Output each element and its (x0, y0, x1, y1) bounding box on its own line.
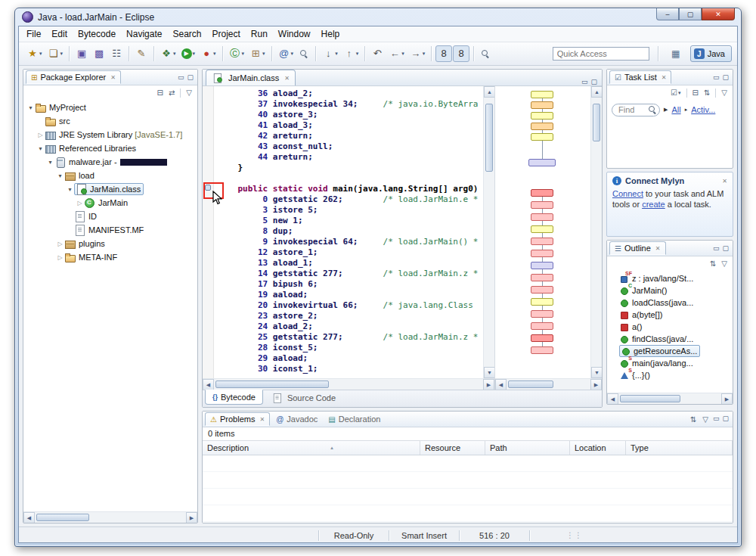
new-task-button[interactable]: ☑▾ (669, 88, 682, 98)
flow-node-salmon[interactable] (531, 322, 553, 330)
close-icon[interactable]: ✕ (259, 416, 265, 423)
filter-button[interactable]: ⇅ (689, 415, 698, 424)
editor-vertical-scrollbar[interactable]: ▲▼ (483, 86, 494, 378)
view-menu-button[interactable]: ▽ (720, 88, 729, 98)
scroll-track[interactable] (484, 98, 494, 367)
scope-active-link[interactable]: Activ... (691, 105, 715, 114)
menu-project[interactable]: Project (206, 27, 245, 41)
scroll-thumb[interactable] (36, 514, 89, 521)
graph-horizontal-scrollbar[interactable]: ◀▶ (495, 378, 602, 390)
new-java-class-button[interactable]: Ⓒ▾ (227, 45, 247, 62)
scroll-right-button[interactable]: ▶ (186, 512, 197, 523)
tab-jarmain-class[interactable]: JarMain.class ✕ (206, 70, 296, 85)
flow-node-salmon[interactable] (531, 346, 553, 354)
menu-file[interactable]: File (21, 27, 46, 41)
flow-node-salmon[interactable] (531, 310, 553, 318)
flow-node-lavender[interactable] (528, 159, 556, 166)
view-maximize-button[interactable]: ▢ (722, 73, 729, 81)
expand-arrow-icon[interactable]: ▶ (664, 107, 668, 113)
outline-item-a-byte[interactable]: a(byte[]) (607, 309, 733, 321)
column-header-location[interactable]: Location (570, 441, 626, 455)
tree-expanded-arrow-icon[interactable]: ▾ (46, 159, 54, 166)
expand-arrow-icon[interactable]: ▸ (685, 107, 688, 113)
flow-node-red[interactable] (531, 334, 553, 342)
scroll-track[interactable] (214, 379, 483, 390)
scroll-down-button[interactable]: ▼ (484, 367, 494, 378)
save-button[interactable]: ▣ (73, 45, 90, 62)
search-button[interactable] (296, 45, 311, 62)
flow-node-salmon[interactable] (531, 274, 553, 281)
tree-collapsed-arrow-icon[interactable]: ▷ (36, 132, 45, 138)
scroll-thumb[interactable] (593, 104, 600, 141)
view-minimize-button[interactable]: ▭ (713, 73, 720, 81)
editor-horizontal-scrollbar[interactable]: ◀▶ (203, 378, 494, 390)
flow-node-orange[interactable] (531, 123, 553, 130)
scroll-thumb[interactable] (508, 381, 553, 388)
scroll-up-button[interactable]: ▲ (591, 86, 602, 98)
categorized-button[interactable]: ⊟ (691, 88, 700, 98)
open-perspective-button[interactable]: ▦ (667, 45, 685, 62)
tab-source-code[interactable]: Source Code (265, 390, 342, 405)
link-create[interactable]: create (642, 200, 665, 209)
menu-search[interactable]: Search (167, 27, 206, 41)
scroll-track[interactable] (35, 512, 186, 523)
flow-node-salmon[interactable] (531, 201, 553, 209)
scroll-track[interactable] (618, 393, 721, 404)
scroll-left-button[interactable]: ◀ (495, 379, 507, 390)
flow-node-yellow[interactable] (531, 133, 553, 141)
scroll-thumb[interactable] (215, 381, 329, 388)
outline-item-z-java-lang-st[interactable]: SFz : java/lang/St... (607, 272, 733, 284)
close-icon[interactable]: ✕ (662, 74, 667, 81)
find-input[interactable]: Find (612, 104, 660, 116)
run-button[interactable]: ▶▾ (179, 45, 198, 62)
flow-node-orange[interactable] (531, 101, 553, 109)
column-header-resource[interactable]: Resource (420, 441, 485, 455)
outline-item-findclass-java[interactable]: findClass(java/... (607, 333, 733, 345)
tree-item-malware-jar[interactable]: ▾malware.jar - (23, 155, 197, 169)
last-edit-location-button[interactable]: ↶ (369, 45, 386, 62)
tree-expanded-arrow-icon[interactable]: ▾ (56, 172, 64, 179)
tab-package-explorer[interactable]: ⊞ Package Explorer ✕ (26, 70, 121, 84)
flow-node-salmon[interactable] (531, 286, 553, 294)
title-bar[interactable]: Java - load.JarMain - Eclipse – ▢ ✕ (18, 8, 738, 26)
outline-item-loadclass-java[interactable]: loadClass(java... (607, 297, 733, 309)
close-icon[interactable]: ✕ (722, 178, 727, 185)
scroll-down-button[interactable]: ▼ (591, 367, 602, 378)
flow-node-yellow[interactable] (531, 298, 553, 306)
outline-item-main-java-lang[interactable]: Smain(java/lang... (607, 357, 733, 369)
next-annotation-button[interactable]: ↓▾ (320, 45, 340, 62)
tree-item-myproject[interactable]: ▾MyProject (23, 101, 197, 114)
view-menu-button[interactable]: ▽ (720, 259, 729, 269)
view-minimize-button[interactable]: ▭ (713, 415, 720, 424)
scroll-left-button[interactable]: ◀ (203, 379, 214, 390)
print-button[interactable]: ☷ (108, 45, 125, 62)
menu-run[interactable]: Run (246, 27, 273, 41)
graph-vertical-scrollbar[interactable]: ▲▼ (590, 86, 602, 378)
tab-outline[interactable]: ☰ Outline ✕ (609, 241, 666, 255)
forward-button[interactable]: →▾ (407, 45, 428, 62)
flow-node-lavender[interactable] (531, 262, 553, 269)
scroll-thumb[interactable] (620, 395, 680, 402)
javadoc-button[interactable]: @▾ (276, 45, 296, 62)
view-menu-button[interactable]: ▽ (701, 415, 710, 424)
tab-problems[interactable]: ⚠Problems✕ (205, 412, 270, 426)
view-minimize-button[interactable]: ▭ (581, 78, 588, 85)
back-button[interactable]: ←▾ (386, 45, 407, 62)
scroll-thumb[interactable] (485, 104, 493, 172)
tab-javadoc[interactable]: @Javadoc (271, 413, 322, 425)
view-maximize-button[interactable]: ▢ (187, 73, 194, 81)
tree-item-load[interactable]: ▾load (23, 169, 197, 182)
close-button[interactable]: ✕ (702, 8, 735, 20)
package-explorer-horizontal-scrollbar[interactable]: ◀▶ (23, 511, 197, 523)
pen-button[interactable]: ✎ (133, 45, 150, 62)
tree-item-jarmain[interactable]: ▷JarMain (23, 196, 197, 210)
scroll-up-button[interactable]: ▲ (484, 86, 494, 98)
save-all-button[interactable]: ▩ (91, 45, 107, 62)
close-icon[interactable]: ✕ (110, 74, 116, 81)
flow-node-red[interactable] (531, 189, 553, 197)
view-minimize-button[interactable]: ▭ (713, 244, 720, 252)
link-connect[interactable]: Connect (612, 189, 643, 198)
menu-window[interactable]: Window (273, 27, 316, 41)
flow-node-salmon[interactable] (531, 238, 553, 245)
tree-expanded-arrow-icon[interactable]: ▾ (36, 145, 45, 152)
